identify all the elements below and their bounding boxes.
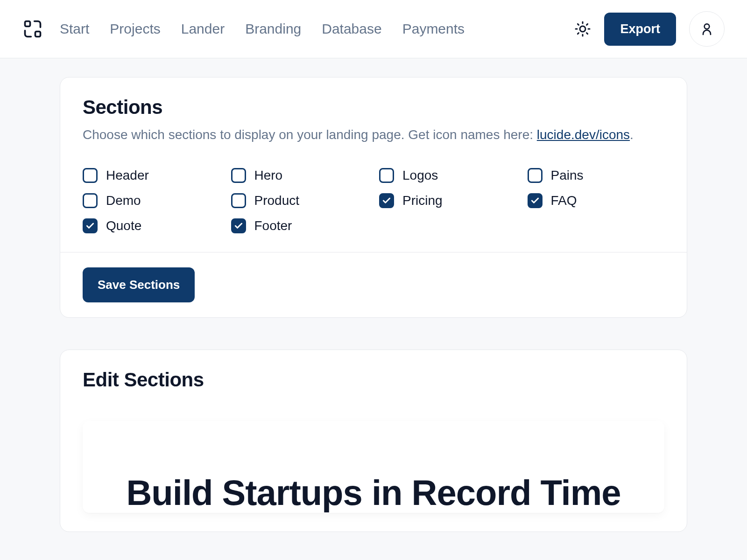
- main-nav: Start Projects Lander Branding Database …: [60, 21, 574, 37]
- sections-description-suffix: .: [630, 127, 634, 142]
- checkbox[interactable]: [528, 168, 543, 183]
- check-icon: [234, 221, 243, 231]
- svg-point-2: [580, 26, 585, 32]
- checkbox-label: FAQ: [551, 193, 577, 208]
- main-content: Sections Choose which sections to displa…: [0, 58, 747, 532]
- svg-rect-1: [35, 32, 41, 37]
- sections-card-footer: Save Sections: [60, 252, 687, 317]
- checkbox-label: Demo: [106, 193, 141, 208]
- sections-description-text: Choose which sections to display on your…: [83, 127, 537, 142]
- checkbox-label: Pains: [551, 168, 584, 183]
- sections-title: Sections: [83, 96, 664, 119]
- checkbox[interactable]: [83, 218, 98, 233]
- checkbox[interactable]: [83, 193, 98, 208]
- icons-link[interactable]: lucide.dev/icons: [537, 127, 630, 142]
- section-toggle-footer[interactable]: Footer: [231, 218, 368, 233]
- edit-sections-title: Edit Sections: [83, 369, 664, 391]
- nav-item-database[interactable]: Database: [322, 21, 381, 37]
- checkbox[interactable]: [231, 218, 246, 233]
- checkbox[interactable]: [231, 168, 246, 183]
- checkbox-label: Hero: [254, 168, 283, 183]
- nav-item-lander[interactable]: Lander: [181, 21, 225, 37]
- header-actions: Export: [574, 11, 725, 47]
- edit-sections-card: Edit Sections Build Startups in Record T…: [60, 350, 687, 532]
- sections-description: Choose which sections to display on your…: [83, 126, 664, 144]
- checkbox-label: Quote: [106, 218, 141, 233]
- checkbox[interactable]: [379, 193, 394, 208]
- hero-section-preview: Build Startups in Record Time: [83, 421, 664, 513]
- app-header: Start Projects Lander Branding Database …: [0, 0, 747, 58]
- checkbox[interactable]: [231, 193, 246, 208]
- checkbox[interactable]: [528, 193, 543, 208]
- check-icon: [85, 221, 95, 231]
- nav-item-start[interactable]: Start: [60, 21, 89, 37]
- logo-icon: [22, 19, 43, 39]
- checkbox-label: Footer: [254, 218, 292, 233]
- section-toggle-pricing[interactable]: Pricing: [379, 193, 516, 208]
- checkbox-label: Header: [106, 168, 149, 183]
- section-toggle-header[interactable]: Header: [83, 168, 220, 183]
- section-toggle-hero[interactable]: Hero: [231, 168, 368, 183]
- checkbox-label: Pricing: [402, 193, 443, 208]
- nav-item-branding[interactable]: Branding: [245, 21, 301, 37]
- app-logo[interactable]: [22, 19, 43, 39]
- check-icon: [530, 196, 540, 205]
- section-toggle-pains[interactable]: Pains: [528, 168, 665, 183]
- user-menu[interactable]: [689, 11, 725, 47]
- theme-toggle[interactable]: [574, 21, 591, 37]
- checkbox-label: Logos: [402, 168, 438, 183]
- nav-item-payments[interactable]: Payments: [402, 21, 465, 37]
- sections-card: Sections Choose which sections to displa…: [60, 77, 687, 318]
- section-toggle-product[interactable]: Product: [231, 193, 368, 208]
- user-icon: [699, 21, 714, 36]
- svg-rect-0: [25, 21, 30, 27]
- section-checkbox-grid: HeaderHeroLogosPainsDemoProductPricingFA…: [83, 168, 664, 233]
- nav-item-projects[interactable]: Projects: [110, 21, 160, 37]
- section-toggle-faq[interactable]: FAQ: [528, 193, 665, 208]
- section-toggle-quote[interactable]: Quote: [83, 218, 220, 233]
- export-button[interactable]: Export: [604, 13, 676, 46]
- hero-title: Build Startups in Record Time: [101, 472, 646, 513]
- section-toggle-demo[interactable]: Demo: [83, 193, 220, 208]
- save-sections-button[interactable]: Save Sections: [83, 267, 195, 302]
- sun-icon: [574, 21, 591, 37]
- checkbox-label: Product: [254, 193, 300, 208]
- checkbox[interactable]: [83, 168, 98, 183]
- svg-point-3: [705, 24, 710, 29]
- section-toggle-logos[interactable]: Logos: [379, 168, 516, 183]
- checkbox[interactable]: [379, 168, 394, 183]
- check-icon: [382, 196, 391, 205]
